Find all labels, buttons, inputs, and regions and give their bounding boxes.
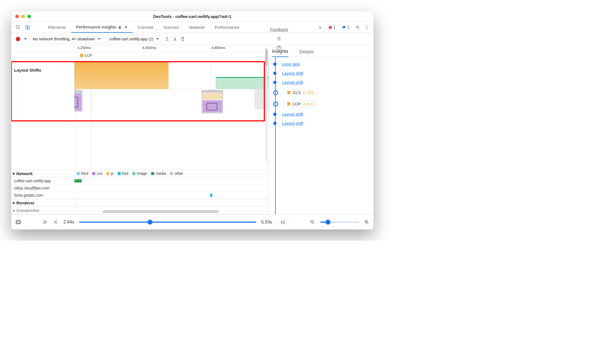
record-menu-chevron[interactable] (24, 38, 27, 40)
metric-color-icon (287, 91, 290, 94)
tracks-canvas[interactable]: 3,200ms 4,000ms 4,800ms LCP (74, 45, 268, 170)
titlebar: DevTools - coffee-cart.netlify.app/?ad=1 (11, 11, 373, 22)
network-header-row: ▸ Network html css js font image media o… (11, 170, 268, 177)
tab-sources[interactable]: Sources (158, 22, 184, 33)
tick: 4,000ms (142, 46, 156, 50)
insights-list: Long task Layout shift Layout shift CLS … (269, 57, 373, 214)
rewind-icon[interactable] (53, 219, 58, 225)
close-icon[interactable]: ✕ (124, 25, 128, 29)
insight-link[interactable]: Long task (282, 62, 300, 66)
throttling-select[interactable]: No network throttling, 4× slowdown (30, 35, 104, 43)
slider-knob[interactable] (148, 220, 153, 225)
chevron-down-icon (98, 38, 100, 40)
track-gutter: Layout Shifts (11, 45, 74, 170)
legend-label: css (97, 171, 102, 176)
network-row[interactable]: fonts.gstatic.com (11, 192, 268, 199)
screenshot-toggle-icon[interactable] (15, 219, 21, 225)
svg-point-5 (366, 25, 367, 26)
tab-console[interactable]: Console (133, 22, 158, 33)
layout-shifts-track (74, 62, 268, 109)
lcp-pill[interactable]: LCP 3.31s (284, 100, 317, 107)
cls-graph (74, 62, 265, 89)
svg-rect-2 (28, 26, 30, 29)
record-button[interactable] (15, 37, 21, 41)
time-ruler: 3,200ms 4,000ms 4,800ms (74, 45, 268, 52)
tab-insights[interactable]: Insights (272, 49, 288, 57)
tab-label: Performance insights (76, 25, 117, 30)
vertical-scrollbar[interactable] (265, 48, 268, 161)
metric-color-icon (287, 102, 290, 105)
panel-settings-icon[interactable] (276, 36, 282, 41)
recording-label: coffee-cart.netlify.app (1) (109, 37, 153, 41)
footer-toolbar: 2.44s 5.93s x1 (11, 214, 373, 229)
slider-knob[interactable] (326, 220, 330, 225)
network-row[interactable]: coffee-cart.netlify.app (11, 177, 268, 184)
inspect-element-icon[interactable] (14, 24, 22, 31)
tab-performance-insights[interactable]: Performance insights ✕ (71, 22, 133, 33)
cls-plateau (216, 78, 268, 89)
metric-name: LCP (293, 102, 301, 106)
tick: 3,200ms (77, 46, 91, 50)
playback-speed[interactable]: x1 (277, 219, 289, 225)
legend-label: image (137, 171, 147, 176)
main-split: Layout Shifts 3,200ms 4,000ms 4,800ms LC… (11, 45, 373, 214)
cls-pill[interactable]: CLS 0.193 (284, 89, 317, 96)
divider (35, 24, 35, 30)
layout-shift-thumbnail[interactable] (202, 90, 223, 113)
time-range-slider[interactable] (79, 222, 256, 223)
section-title: Compositor (16, 208, 40, 213)
section-title: Network (16, 171, 33, 176)
import-icon[interactable] (172, 37, 177, 41)
section-title: Renderer (16, 201, 35, 205)
insight-link[interactable]: Layout shift (282, 71, 303, 76)
device-toolbar-icon[interactable] (24, 24, 31, 31)
tab-label: Elements (48, 25, 66, 30)
tab-label: Insights (272, 49, 288, 54)
svg-rect-1 (26, 25, 27, 29)
legend-label: other (174, 171, 183, 176)
tick: 4,800ms (211, 46, 225, 50)
time-cursor (91, 52, 91, 170)
legend-label: js (111, 171, 113, 176)
lcp-marker-chip[interactable]: LCP (77, 53, 95, 58)
cls-plateau (216, 77, 268, 78)
tab-label: Sources (163, 25, 179, 30)
delete-icon[interactable] (180, 37, 185, 41)
tab-label: Details (299, 49, 314, 54)
metric-value: 0.193 (303, 90, 313, 95)
host-label: coffee-cart.netlify.app (11, 179, 74, 183)
zoom-slider[interactable] (320, 222, 359, 223)
metric-value: 3.31s (303, 102, 313, 106)
feedback-link[interactable]: Feedback (270, 27, 288, 32)
insight-link[interactable]: Layout shift (282, 80, 303, 85)
timeline-rail (275, 57, 276, 214)
tab-details[interactable]: Details (299, 49, 314, 57)
layout-shift-thumbnail[interactable] (74, 90, 82, 111)
insights-panel: Insights Details Long task Layout shift … (269, 45, 373, 214)
metric-name: CLS (293, 90, 301, 95)
disclosure-triangle-icon[interactable]: ▸ (13, 208, 15, 213)
insight-link[interactable]: Layout shift (282, 112, 303, 116)
horizontal-scrollbar[interactable] (75, 209, 262, 213)
export-icon[interactable] (165, 37, 170, 41)
window-title: DevTools - coffee-cart.netlify.app/?ad=1 (11, 14, 373, 19)
chevron-down-icon (156, 38, 159, 40)
time-end: 5.93s (261, 220, 272, 225)
disclosure-triangle-icon[interactable]: ▸ (13, 200, 15, 205)
record-icon (16, 37, 20, 41)
throttling-label: No network throttling, 4× slowdown (33, 37, 95, 41)
recording-select[interactable]: coffee-cart.netlify.app (1) (106, 35, 162, 43)
layout-shifts-label: Layout Shifts (11, 51, 74, 73)
play-icon[interactable] (42, 219, 48, 225)
insights-toolbar: No network throttling, 4× slowdown coffe… (11, 33, 373, 45)
network-legend: html css js font image media other (74, 170, 268, 177)
tab-elements[interactable]: Elements (43, 22, 71, 33)
network-row[interactable]: cdnjs.cloudflare.com (11, 184, 268, 192)
zoom-out-icon[interactable] (310, 219, 315, 225)
insight-link[interactable]: Layout shift (282, 121, 303, 126)
disclosure-triangle-icon[interactable]: ▸ (13, 171, 15, 176)
host-label: cdnjs.cloudflare.com (11, 186, 74, 190)
legend-label: media (156, 171, 166, 176)
svg-point-8 (278, 38, 280, 39)
zoom-in-icon[interactable] (364, 219, 370, 225)
